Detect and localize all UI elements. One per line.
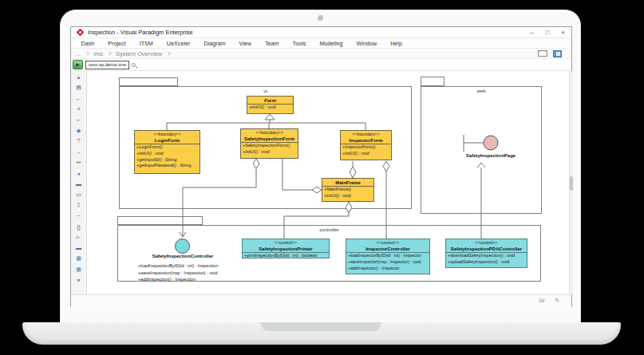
- class-name-label: SafetyInspectionPrinter: [243, 246, 329, 252]
- stereotype-label: <<boundary>>: [241, 130, 298, 136]
- menu-item[interactable]: Diagram: [197, 40, 232, 47]
- operation: +initUI() : void: [341, 151, 391, 157]
- class-safetyinspectionprinter[interactable]: <<control>>SafetyInspectionPrinter+print…: [242, 239, 330, 258]
- model-tab-row: ▶ com.vp.demo.ims: [71, 59, 571, 71]
- label-safetyinspectionpage[interactable]: SafetyInspectionPage: [443, 153, 539, 158]
- operation: +loadInspectorByID(id : int) : Inspector: [346, 253, 429, 259]
- operation: +saveInspection(insp : Inspection) : voi…: [138, 270, 218, 277]
- transition-tool-icon[interactable]: ↦: [73, 157, 85, 168]
- class-inspectorform[interactable]: <<boundary>>InspectorForm+InspectorForm(…: [340, 130, 392, 160]
- menu-item[interactable]: UeXceler: [160, 40, 197, 47]
- folder-tool-icon[interactable]: ▬: [73, 243, 85, 253]
- class-loginform[interactable]: <<boundary>>LoginForm+LoginForm()+initUI…: [134, 130, 200, 174]
- laptop-base-notch: [261, 322, 381, 331]
- generalization-triangle: [265, 114, 275, 120]
- diagram-canvas[interactable]: controllerwebui: [87, 71, 569, 294]
- image-tool-icon[interactable]: ▩: [73, 254, 85, 264]
- dash-line-tool-icon[interactable]: ┄: [73, 211, 85, 221]
- minimize-button[interactable]: –: [530, 30, 533, 36]
- stereotype-label: <<boundary>>: [135, 132, 200, 137]
- scroll-down-icon[interactable]: ▼: [73, 274, 85, 285]
- lifeline-tool-icon[interactable]: ⊢: [73, 232, 85, 243]
- operation: +InspectorForm(): [341, 144, 391, 151]
- menu-item[interactable]: Tools: [286, 40, 313, 47]
- operation: +uploadSafetyInspection() : void: [446, 259, 527, 266]
- close-button[interactable]: ×: [561, 30, 565, 36]
- class-name-label: SafetyInspectionPDAController: [446, 246, 527, 252]
- breadcrumb: ... ims System Overview: [71, 49, 571, 59]
- label-safetyinspectioncontroller[interactable]: SafetyInspectionController: [131, 254, 235, 258]
- class-name-label: InspectorForm: [341, 137, 391, 144]
- operation: +SafetyInspectionForm(): [241, 143, 298, 149]
- operation: +addInspector() : Inspector: [346, 266, 429, 272]
- model-tab[interactable]: com.vp.demo.ims: [85, 61, 129, 69]
- chevron-right-icon: [85, 51, 89, 56]
- dependency-tool-icon[interactable]: →: [73, 147, 85, 157]
- class-name-label: SafetyInspectionForm: [241, 136, 298, 142]
- decision-tool-icon[interactable]: ◆: [73, 125, 85, 136]
- page-tool-icon[interactable]: ▯: [73, 200, 85, 211]
- layout-panel-icon[interactable]: [553, 50, 562, 57]
- scrollbar-thumb[interactable]: [570, 176, 573, 191]
- operation: +LoginForm(): [135, 144, 200, 151]
- operation: +initUI() : void: [322, 193, 373, 199]
- run-button[interactable]: ▶: [73, 60, 83, 69]
- menu-bar: DashProjectITSMUeXcelerDiagramViewTeamTo…: [71, 38, 571, 49]
- frame-tool-icon[interactable]: ▭: [73, 189, 85, 199]
- window-title: Inspection - Visual Paradigm Enterprise: [88, 29, 193, 36]
- status-bar: ✉✎: [71, 294, 571, 307]
- multiplicity-tool-icon[interactable]: ≡: [73, 104, 85, 114]
- play-icon: ▶: [76, 62, 80, 67]
- stereotype-label: <<control>>: [446, 240, 527, 246]
- fit-selection-icon[interactable]: [538, 50, 547, 57]
- search-icon[interactable]: [132, 63, 136, 67]
- stereotype-label: <<control>>: [346, 240, 429, 246]
- operation: +addInspection() : Inspection: [138, 276, 218, 283]
- menu-item[interactable]: Project: [101, 40, 132, 47]
- operation: +loadInspectionByID(id : int) : Inspecti…: [138, 262, 218, 270]
- app-window: Inspection - Visual Paradigm Enterprise …: [70, 26, 572, 307]
- operation: +printInspectionByID(id : int) : boolean: [243, 253, 329, 258]
- scroll-up-icon[interactable]: ▲: [73, 72, 85, 82]
- class-name-label: Form: [247, 97, 293, 104]
- status-icon[interactable]: ✎: [554, 298, 560, 305]
- menu-item[interactable]: View: [232, 40, 258, 47]
- operation: +downloadSafetyInspection() : void: [446, 253, 527, 259]
- menu-item[interactable]: ITSM: [132, 40, 160, 47]
- grid-tool-icon[interactable]: ▦: [73, 264, 85, 274]
- class-inspectorcontroller[interactable]: <<control>>InspectorController+loadInspe…: [346, 239, 430, 274]
- stereotype-label: <<control>>: [243, 240, 329, 246]
- breadcrumb-item[interactable]: ims: [93, 50, 116, 57]
- braces-tool-icon[interactable]: {}: [73, 221, 85, 231]
- class-safetyinspectionform[interactable]: <<boundary>>SafetyInspectionForm+SafetyI…: [240, 128, 298, 159]
- visual-paradigm-logo-icon: [77, 29, 85, 37]
- chevron-right-icon: [107, 51, 112, 56]
- page-background: Inspection - Visual Paradigm Enterprise …: [0, 0, 644, 355]
- class-tool-icon[interactable]: ▤: [73, 82, 85, 93]
- class-name-label: LoginForm: [135, 137, 200, 144]
- class-mainframe[interactable]: MainFrame+MainFrame()+initUI() : void: [322, 178, 374, 202]
- class-form[interactable]: Form+initUI() : void: [247, 96, 294, 114]
- component-tool-icon[interactable]: ▬: [73, 179, 85, 189]
- connector-tool-icon[interactable]: ⌐: [73, 115, 85, 125]
- stereotype-label: <<boundary>>: [341, 132, 391, 137]
- maximize-button[interactable]: □: [545, 30, 549, 36]
- menu-item[interactable]: Team: [259, 40, 286, 47]
- class-safetyinspectionpdacontroller[interactable]: <<control>>SafetyInspectionPDAController…: [445, 239, 527, 268]
- operation: +initUI() : void: [241, 149, 298, 156]
- port-tool-icon[interactable]: ⊤: [73, 136, 85, 146]
- association-tool-icon[interactable]: ←: [73, 93, 85, 104]
- webcam-dot: [318, 15, 323, 21]
- boundary-circle-safetyinspectionpage[interactable]: [484, 136, 498, 150]
- status-icon[interactable]: ✉: [539, 298, 545, 305]
- breadcrumb-item[interactable]: ...: [76, 50, 93, 57]
- menu-item[interactable]: Modeling: [313, 40, 350, 47]
- vertical-scrollbar[interactable]: [569, 71, 573, 294]
- breadcrumb-item[interactable]: System Overview: [116, 50, 175, 57]
- control-circle-safetyinspectioncontroller[interactable]: [176, 239, 190, 254]
- menu-item[interactable]: Help: [384, 40, 409, 47]
- menu-item[interactable]: Window: [350, 40, 384, 47]
- menu-item[interactable]: Dash: [74, 40, 101, 47]
- state-tool-icon[interactable]: ●: [73, 168, 85, 179]
- chevron-right-icon: [166, 51, 171, 56]
